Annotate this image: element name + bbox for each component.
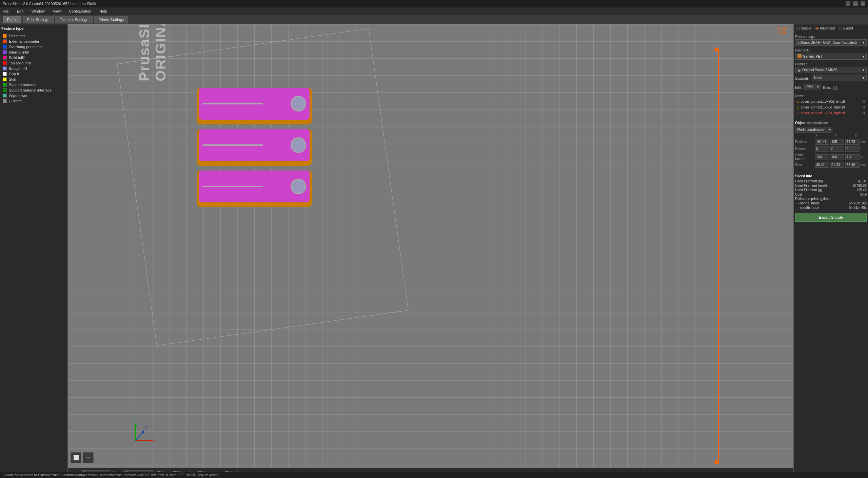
menu-edit[interactable]: Edit [16, 8, 25, 14]
size-x-input[interactable] [815, 162, 829, 168]
file-warning-icon-2: ⚠ [796, 105, 800, 109]
titlebar-title: PrusaSlicer-2.0.0+win64-201905201652 bas… [3, 2, 96, 6]
print-settings-arrow: ▾ [863, 41, 864, 44]
position-y-input[interactable] [830, 139, 844, 145]
external-perimeter-color [3, 39, 7, 43]
layer-slider-line[interactable] [718, 49, 719, 463]
close-button[interactable]: ✕ [861, 1, 865, 6]
scale-y-input[interactable] [830, 154, 844, 160]
infill-dropdown[interactable]: 25% ▾ [804, 84, 821, 90]
menu-window[interactable]: Window [30, 8, 46, 14]
file-item-3[interactable]: ⚠ cover_contact...x90d_right.stl ⚙ [795, 110, 867, 116]
file-action-1[interactable]: ⚙ [862, 100, 865, 103]
view-icon-layers[interactable]: ☰ [83, 452, 94, 463]
model-piece-3 [197, 171, 312, 207]
printer-icon: 🖨 [797, 68, 801, 72]
size-label: Size: [795, 163, 814, 167]
print-mode-selector: Simple Advanced Expert [795, 26, 867, 31]
maximize-button[interactable]: □ [853, 1, 858, 6]
supports-dropdown[interactable]: None ▾ [812, 75, 867, 81]
filament-color-swatch [797, 54, 802, 58]
layer-slider-bottom-handle[interactable] [714, 460, 718, 464]
mode-expert[interactable]: Expert [837, 26, 854, 31]
view-icon-3d[interactable]: ⬜ [71, 452, 81, 463]
minimize-button[interactable]: ─ [846, 1, 850, 6]
file-action-3[interactable]: ⚙ [862, 111, 865, 115]
feature-bridge-infill[interactable]: Bridge infill [1, 66, 66, 71]
layer-slider-top-handle[interactable] [714, 47, 718, 52]
mode-advanced-radio[interactable] [815, 27, 819, 30]
feature-overhang-perimeter[interactable]: Overhang perimeter [1, 44, 66, 49]
custom-color [3, 99, 7, 103]
world-coords-dropdown[interactable]: World coordinates ▾ [795, 127, 832, 133]
svg-text:Y: Y [134, 420, 136, 424]
props-row: Supports: None ▾ [795, 75, 867, 82]
feature-custom[interactable]: Custom [1, 98, 66, 104]
printer-arrow: ▾ [863, 68, 864, 72]
feature-external-perimeter[interactable]: External perimeter [1, 39, 66, 44]
feature-wipe-tower[interactable]: Wipe tower [1, 93, 66, 98]
feature-skirt[interactable]: Skirt [1, 77, 66, 82]
menu-view[interactable]: View [52, 8, 62, 14]
file-action-2[interactable]: ⚙ [862, 105, 865, 109]
filament-m-row: Used Filament (m) 41.07 [795, 179, 867, 183]
menu-configuration[interactable]: Configuration [67, 8, 92, 14]
feature-perimeter[interactable]: Perimeter [1, 33, 66, 39]
tab-plater[interactable]: Plater [3, 16, 21, 23]
rotate-z-input[interactable] [845, 146, 860, 152]
file-item-2[interactable]: ⚠ cover_contact...x90d_right.stl ⚙ [795, 104, 867, 110]
svg-marker-3 [134, 424, 137, 425]
size-z-input[interactable] [845, 162, 860, 168]
mode-advanced[interactable]: Advanced [814, 26, 836, 31]
rotate-x-input[interactable] [815, 146, 829, 152]
rotate-y-input[interactable] [830, 146, 844, 152]
print-settings-value: 0.30mm DRAFT MK3 - Copy (modified) [797, 41, 857, 44]
stealth-mode-row: - stealth mode 5h 51m 49s [795, 206, 867, 210]
scale-x-input[interactable] [815, 154, 829, 160]
scale-z-input[interactable] [845, 154, 860, 160]
tab-printer-settings[interactable]: Printer Settings [94, 16, 128, 23]
tab-filament-settings[interactable]: Filament Settings [55, 16, 93, 23]
mode-expert-radio[interactable] [839, 27, 842, 30]
file-warning-icon-3: ⚠ [796, 111, 800, 115]
filament-mm2-row: Used Filament (mm²) 98780.86 [795, 184, 867, 187]
feature-support-material-interface[interactable]: Support material interface [1, 87, 66, 93]
feature-support-material[interactable]: Support material [1, 82, 66, 87]
svg-marker-1 [151, 439, 153, 442]
size-y-input[interactable] [830, 162, 844, 168]
print-time-label-row: Estimated printing time [795, 197, 867, 201]
view-icons: ⬜ ☰ [71, 452, 94, 463]
brim-checkbox[interactable] [833, 86, 837, 89]
printer-dropdown[interactable]: 🖨 Original Prusa i3 MK3S ▾ [795, 67, 867, 73]
object-manipulation-section: Object manipulation World coordinates ▾ … [795, 119, 867, 169]
skirt-label: Skirt [9, 77, 16, 81]
sliced-info-title: Sliced Info [795, 174, 867, 178]
feature-top-solid-infill[interactable]: Top solid infill [1, 60, 66, 66]
mode-simple-label: Simple [801, 26, 811, 30]
coord-z-header: Z [854, 134, 857, 138]
right-panel: Simple Advanced Expert Print settings : … [793, 24, 868, 478]
mode-simple-radio[interactable] [796, 27, 800, 30]
export-gcode-button[interactable]: Export G-code [795, 213, 867, 222]
perimeter-color [3, 34, 7, 38]
feature-gap-fill[interactable]: Gap fill [1, 71, 66, 77]
position-x-input[interactable] [815, 139, 829, 145]
printer-name: Original Prusa i3 MK3S [802, 68, 837, 72]
feature-solid-infill[interactable]: Solid infill [1, 55, 66, 60]
filament-g-value: 125.45 [856, 188, 867, 192]
feature-internal-infill[interactable]: Internal infill [1, 49, 66, 55]
left-panel: Feature type Perimeter External perimete… [0, 24, 68, 478]
layer-info-top: 35.60 (119) [777, 27, 786, 35]
file-item-1[interactable]: ⚠ cover_contact...3x90d_left.stl ⚙ [795, 99, 867, 104]
tab-print-settings[interactable]: Print Settings [23, 16, 54, 23]
viewport[interactable]: 35.60 (119) 0.20 (1) PrusaSlicer 2.0 ORI… [68, 24, 793, 478]
menu-file[interactable]: File [1, 8, 10, 14]
filament-m-label: Used Filament (m) [795, 179, 823, 183]
filament-dropdown[interactable]: Generic PET ▾ [795, 53, 867, 60]
coord-y-header: Y [834, 134, 838, 138]
menubar: File Edit Window View Configuration Help [0, 7, 868, 15]
menu-help[interactable]: Help [98, 8, 108, 14]
position-z-input[interactable] [845, 139, 860, 145]
print-settings-dropdown[interactable]: 0.30mm DRAFT MK3 - Copy (modified) ▾ [795, 39, 867, 46]
mode-simple[interactable]: Simple [795, 26, 813, 31]
